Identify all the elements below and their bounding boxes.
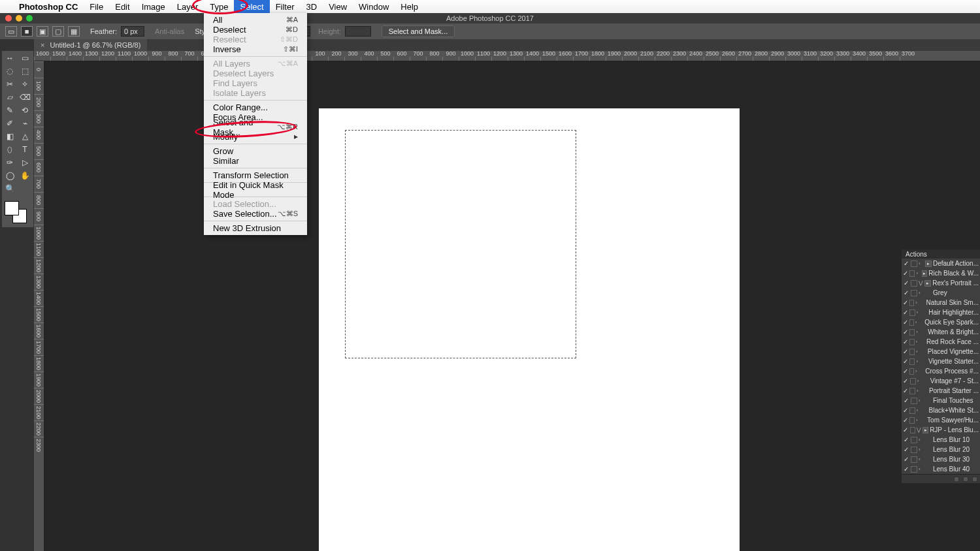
- tool-0[interactable]: ↔: [3, 52, 16, 64]
- menubar-item-filter[interactable]: Filter: [270, 0, 301, 13]
- menubar-item-file[interactable]: File: [84, 0, 109, 13]
- ruler-horizontal[interactable]: 1600150014001300120011001000900800700600…: [34, 51, 980, 61]
- menu-item-similar[interactable]: Similar: [204, 156, 307, 166]
- tool-3[interactable]: ⬚: [18, 65, 31, 77]
- menubar-item-view[interactable]: View: [323, 0, 353, 13]
- tool-1[interactable]: ▭: [18, 52, 31, 64]
- tool-13[interactable]: △: [18, 131, 31, 142]
- action-label: Vignette Starter...: [928, 358, 979, 365]
- action-row[interactable]: ✓›Vintage #7 - St...: [902, 376, 980, 386]
- tool-12[interactable]: ◧: [3, 131, 16, 142]
- menubar-item-window[interactable]: Window: [353, 0, 395, 13]
- action-label: RJP - Lens Blu...: [930, 426, 979, 433]
- action-row[interactable]: ✓›Grey: [902, 288, 980, 298]
- action-row[interactable]: ✓›Natural Skin Sm...: [902, 298, 980, 307]
- action-row[interactable]: ✓›Black+White St...: [902, 405, 980, 415]
- tool-preset-icon[interactable]: ▭: [5, 26, 17, 37]
- subtract-selection-icon[interactable]: ▢: [52, 26, 64, 37]
- action-label: Grey: [933, 289, 947, 296]
- action-label: Rex's Portrait ...: [932, 279, 979, 287]
- document-tab[interactable]: × Untitled-1 @ 66.7% (RGB/8): [34, 39, 147, 51]
- action-row[interactable]: ✓›Vignette Starter...: [902, 356, 980, 366]
- color-swatches[interactable]: [3, 200, 32, 226]
- tool-16[interactable]: ✑: [3, 157, 16, 168]
- tool-8[interactable]: ✎: [3, 104, 16, 116]
- new-selection-icon[interactable]: ■: [21, 26, 33, 37]
- folder-icon: ▸: [925, 260, 932, 267]
- ruler-vertical[interactable]: 0100200300400500600700800900100011001200…: [34, 61, 44, 551]
- intersect-selection-icon[interactable]: ▦: [68, 26, 80, 37]
- action-row[interactable]: ✓›Cross Process #...: [902, 366, 980, 376]
- action-label: Placed Vignette...: [928, 348, 979, 355]
- menubar-item-3d[interactable]: 3D: [301, 0, 323, 13]
- menubar-item-photoshop-cc[interactable]: Photoshop CC: [13, 0, 84, 13]
- tool-10[interactable]: ✐: [3, 118, 16, 129]
- menu-item-color-range[interactable]: Color Range...: [204, 102, 307, 112]
- tool-4[interactable]: ✂: [3, 78, 16, 90]
- canvas-area[interactable]: [44, 61, 980, 551]
- tool-18[interactable]: ◯: [3, 170, 16, 181]
- menu-item-select-and-mask[interactable]: Select and Mask...⌥⌘R: [204, 122, 307, 132]
- tool-2[interactable]: ◌: [3, 65, 16, 77]
- action-row[interactable]: ✓›▸Default Action...: [902, 259, 980, 268]
- action-row[interactable]: ✓›Final Touches: [902, 396, 980, 405]
- menu-item-grow[interactable]: Grow: [204, 146, 307, 156]
- action-row[interactable]: ✓›Portrait Starter ...: [902, 386, 980, 396]
- tool-14[interactable]: ⬯: [3, 144, 16, 155]
- window-zoom-icon[interactable]: [26, 15, 33, 22]
- tool-15[interactable]: T: [18, 144, 31, 155]
- action-row[interactable]: ✓⋁▸RJP - Lens Blu...: [902, 425, 980, 435]
- action-row[interactable]: ✓›Lens Blur 20: [902, 445, 980, 454]
- menubar-item-help[interactable]: Help: [395, 0, 424, 13]
- tool-6[interactable]: ▱: [3, 91, 16, 103]
- tool-20[interactable]: 🔍: [3, 183, 16, 195]
- tool-17[interactable]: ▷: [18, 157, 31, 168]
- stop-icon[interactable]: [954, 477, 959, 482]
- select-and-mask-button[interactable]: Select and Mask...: [382, 25, 455, 37]
- action-row[interactable]: ✓›Placed Vignette...: [902, 347, 980, 356]
- action-row[interactable]: ✓›Red Rock Face ...: [902, 337, 980, 347]
- height-label: Height:: [318, 27, 341, 35]
- action-row[interactable]: ✓›▸Rich Black & W...: [902, 268, 980, 278]
- action-label: Lens Blur 20: [933, 446, 970, 453]
- action-row[interactable]: ✓›Lens Blur 30: [902, 454, 980, 464]
- action-row[interactable]: ✓›Quick Eye Spark...: [902, 317, 980, 327]
- menu-item-save-selection[interactable]: Save Selection...⌥⌘S: [204, 209, 307, 219]
- tool-9[interactable]: ⟲: [18, 104, 31, 116]
- tool-7[interactable]: ⌫: [18, 91, 31, 103]
- close-tab-icon[interactable]: ×: [41, 41, 44, 49]
- action-row[interactable]: ✓›Whiten & Bright...: [902, 327, 980, 337]
- actions-panel-footer: [902, 474, 980, 483]
- menu-item-edit-in-quick-mask-mode[interactable]: Edit in Quick Mask Mode: [204, 185, 307, 195]
- add-selection-icon[interactable]: ▣: [37, 26, 48, 37]
- tool-11[interactable]: ⌁: [18, 118, 31, 129]
- menubar-item-type[interactable]: Type: [204, 0, 234, 13]
- menu-item-inverse[interactable]: Inverse⇧⌘I: [204, 44, 307, 54]
- menubar-item-select[interactable]: Select: [234, 0, 269, 13]
- tool-19[interactable]: ✋: [18, 170, 31, 181]
- menu-item-all[interactable]: All⌘A: [204, 15, 307, 25]
- action-row[interactable]: ✓›Hair Highlighter...: [902, 307, 980, 317]
- menubar-item-image[interactable]: Image: [136, 0, 171, 13]
- window-close-icon[interactable]: [5, 15, 12, 22]
- action-row[interactable]: ✓›Tom Sawyer/Hu...: [902, 415, 980, 425]
- feather-input[interactable]: 0 px: [121, 26, 144, 37]
- app-title: Adobe Photoshop CC 2017: [446, 14, 534, 22]
- play-icon[interactable]: [963, 477, 968, 482]
- actions-panel-title[interactable]: Actions: [902, 249, 980, 259]
- toolbox: ↔▭◌⬚✂✧▱⌫✎⟲✐⌁◧△⬯T✑▷◯✋🔍: [2, 51, 33, 227]
- menubar-item-edit[interactable]: Edit: [109, 0, 135, 13]
- action-row[interactable]: ✓›Lens Blur 40: [902, 464, 980, 474]
- menu-item-deselect[interactable]: Deselect⌘D: [204, 25, 307, 35]
- menu-item-all-layers: All Layers⌥⌘A: [204, 59, 307, 69]
- menu-item-new-3d-extrusion[interactable]: New 3D Extrusion: [204, 223, 307, 233]
- height-input: [345, 26, 371, 37]
- window-minimize-icon[interactable]: [16, 15, 22, 22]
- action-label: Whiten & Bright...: [928, 328, 979, 336]
- menubar-item-layer[interactable]: Layer: [171, 0, 204, 13]
- tool-5[interactable]: ✧: [18, 78, 31, 90]
- action-row[interactable]: ✓⋁▸Rex's Portrait ...: [902, 278, 980, 288]
- menu-item-transform-selection[interactable]: Transform Selection: [204, 170, 307, 180]
- action-row[interactable]: ✓›Lens Blur 10: [902, 435, 980, 445]
- trash-icon[interactable]: [972, 477, 977, 482]
